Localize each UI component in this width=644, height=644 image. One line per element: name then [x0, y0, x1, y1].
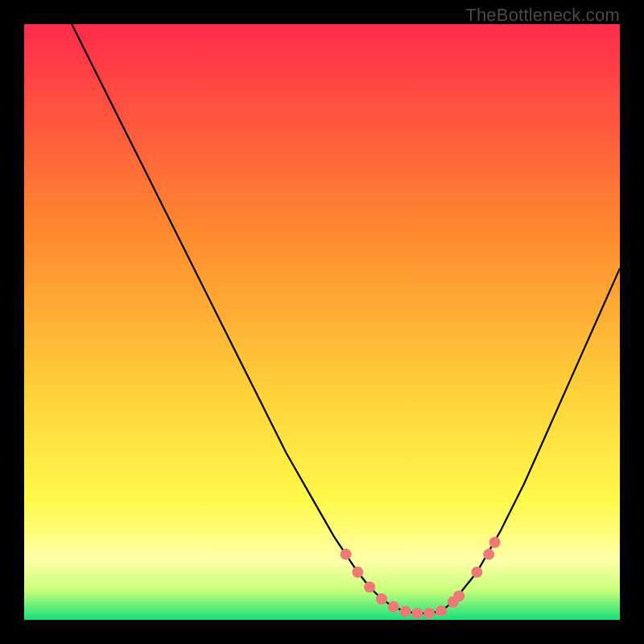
marker-dot [471, 567, 482, 578]
marker-dot [423, 608, 435, 619]
marker-dot [411, 608, 423, 619]
marker-dot [388, 601, 399, 613]
watermark-text: TheBottleneck.com [465, 5, 620, 26]
marker-dot [341, 549, 352, 560]
marker-dot [453, 590, 464, 601]
marker-dot [364, 581, 375, 592]
bottleneck-chart [24, 24, 620, 620]
marker-dot [489, 537, 501, 548]
marker-dot [352, 567, 363, 578]
gradient-background [24, 24, 620, 620]
marker-dot [376, 593, 387, 605]
marker-dot [436, 605, 447, 617]
marker-dot [400, 606, 411, 617]
marker-dot [483, 549, 494, 560]
